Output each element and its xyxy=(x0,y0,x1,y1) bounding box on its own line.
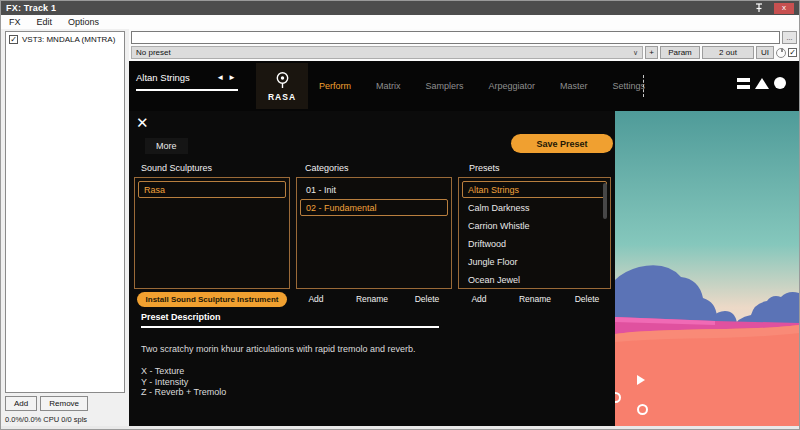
tab-matrix[interactable]: Matrix xyxy=(376,81,401,91)
preset-rename-button[interactable]: Rename xyxy=(519,294,551,304)
current-preset-name: Altan Strings xyxy=(136,72,214,83)
menu-options[interactable]: Options xyxy=(68,17,99,27)
presets-scrollbar[interactable] xyxy=(603,183,607,219)
orb-control[interactable] xyxy=(637,404,648,415)
add-fx-button[interactable]: Add xyxy=(5,396,37,411)
description-divider xyxy=(141,326,439,328)
header-separator xyxy=(643,75,644,97)
fx-comment-input[interactable] xyxy=(131,31,780,44)
preset-description-title: Preset Description xyxy=(141,312,221,322)
browse-button[interactable]: ... xyxy=(782,31,797,44)
scene-artwork xyxy=(615,111,799,426)
tab-samplers[interactable]: Samplers xyxy=(426,81,464,91)
category-rename-button[interactable]: Rename xyxy=(356,294,388,304)
check-icon: ✓ xyxy=(789,49,796,57)
menu-bar: FX Edit Options xyxy=(1,15,799,29)
bypass-checkbox[interactable]: ✓ xyxy=(788,48,797,57)
categories-column-title: Categories xyxy=(305,163,349,173)
list-item-jungle-floor[interactable]: Jungle Floor xyxy=(462,253,607,270)
window-title: FX: Track 1 xyxy=(6,3,752,13)
plugin-tabs: Perform Matrix Samplers Arpeggiator Mast… xyxy=(319,61,645,111)
preset-add-button[interactable]: Add xyxy=(471,294,486,304)
rasa-icon xyxy=(274,71,291,91)
logo-circle-icon xyxy=(774,77,786,89)
next-preset-arrow[interactable]: ► xyxy=(226,73,238,82)
presets-list[interactable]: Altan Strings Calm Darkness Carrion Whis… xyxy=(458,177,611,289)
fx-chain-item[interactable]: ✓ VST3: MNDALA (MNTRA) xyxy=(6,32,124,47)
prev-preset-arrow[interactable]: ◄ xyxy=(214,73,226,82)
category-add-button[interactable]: Add xyxy=(308,294,323,304)
wet-dry-knob[interactable] xyxy=(776,48,786,58)
preset-description-body: Two scratchy morin khuur articulations w… xyxy=(141,344,571,354)
list-item-fundamental[interactable]: 02 - Fundamental xyxy=(300,199,448,216)
browser-close-icon[interactable]: ✕ xyxy=(136,114,149,132)
window-resize-edge[interactable] xyxy=(1,426,799,429)
cpu-status: 0.0%/0.0% CPU 0/0 spls xyxy=(5,415,87,424)
sculptures-column-title: Sound Sculptures xyxy=(141,163,212,173)
fx-controls-bar: ... No preset ∨ + Param 2 out UI ✓ xyxy=(129,29,799,61)
preset-delete-button[interactable]: Delete xyxy=(575,294,600,304)
ui-button[interactable]: UI xyxy=(756,46,774,59)
close-window-button[interactable]: x xyxy=(774,3,794,14)
preset-dropdown[interactable]: No preset ∨ xyxy=(131,46,643,59)
sculptures-list[interactable]: Rasa xyxy=(134,177,290,289)
preset-axis-mappings: X - Texture Y - Intensity Z - Reverb + T… xyxy=(141,366,226,398)
menu-edit[interactable]: Edit xyxy=(37,17,53,27)
fx-chain-item-label: VST3: MNDALA (MNTRA) xyxy=(22,35,115,44)
list-item-rasa[interactable]: Rasa xyxy=(138,181,286,198)
logo-bars-icon xyxy=(737,78,750,89)
mapping-z: Z - Reverb + Tremolo xyxy=(141,387,226,398)
list-item-driftwood[interactable]: Driftwood xyxy=(462,235,607,252)
mapping-x: X - Texture xyxy=(141,366,226,377)
close-icon: x xyxy=(782,4,786,12)
fx-chain-list[interactable]: ✓ VST3: MNDALA (MNTRA) xyxy=(5,31,125,393)
fx-enabled-checkbox[interactable]: ✓ xyxy=(9,35,18,44)
menu-fx[interactable]: FX xyxy=(9,17,21,27)
list-item-ocean-jewel[interactable]: Ocean Jewel xyxy=(462,271,607,288)
categories-list[interactable]: 01 - Init 02 - Fundamental xyxy=(296,177,452,289)
tab-master[interactable]: Master xyxy=(560,81,588,91)
check-icon: ✓ xyxy=(10,36,17,44)
mapping-y: Y - Intensity xyxy=(141,377,226,388)
presets-column-title: Presets xyxy=(469,163,500,173)
category-delete-button[interactable]: Delete xyxy=(415,294,440,304)
chevron-down-icon: ∨ xyxy=(633,49,638,57)
title-bar[interactable]: FX: Track 1 x xyxy=(1,1,799,15)
rasa-instrument-button[interactable]: RASA xyxy=(256,63,308,109)
list-item-carrion-whistle[interactable]: Carrion Whistle xyxy=(462,217,607,234)
tab-settings[interactable]: Settings xyxy=(613,81,646,91)
list-item-calm-darkness[interactable]: Calm Darkness xyxy=(462,199,607,216)
install-sculpture-button[interactable]: Install Sound Sculpture Instrument xyxy=(137,292,287,307)
more-button[interactable]: More xyxy=(145,138,188,154)
preset-dropdown-value: No preset xyxy=(136,48,633,57)
save-preset-plus-button[interactable]: + xyxy=(645,46,658,59)
param-button[interactable]: Param xyxy=(660,46,700,59)
mntra-logo xyxy=(737,77,786,89)
tab-perform[interactable]: Perform xyxy=(319,81,351,91)
save-preset-button[interactable]: Save Preset xyxy=(511,134,613,153)
plugin-header: Altan Strings ◄ ► RASA Perform Matrix Sa… xyxy=(129,61,799,111)
pin-icon[interactable] xyxy=(752,2,766,14)
mndala-plugin: Altan Strings ◄ ► RASA Perform Matrix Sa… xyxy=(129,61,799,426)
play-icon[interactable] xyxy=(637,375,645,385)
rasa-label: RASA xyxy=(268,92,296,102)
remove-fx-button[interactable]: Remove xyxy=(40,396,88,411)
list-item-altan-strings[interactable]: Altan Strings xyxy=(462,181,607,198)
fx-window: FX: Track 1 x FX Edit Options ✓ VST3: MN… xyxy=(0,0,800,430)
fx-chain-panel: ✓ VST3: MNDALA (MNTRA) Add Remove 0.0%/0… xyxy=(1,29,129,429)
tab-arpeggiator[interactable]: Arpeggiator xyxy=(489,81,536,91)
logo-triangle-icon xyxy=(755,78,769,89)
preset-name-underline xyxy=(136,89,238,91)
outs-button[interactable]: 2 out xyxy=(702,46,754,59)
preset-browser: ✕ More Save Preset Sound Sculptures Cate… xyxy=(129,111,615,426)
list-item-init[interactable]: 01 - Init xyxy=(300,181,448,198)
